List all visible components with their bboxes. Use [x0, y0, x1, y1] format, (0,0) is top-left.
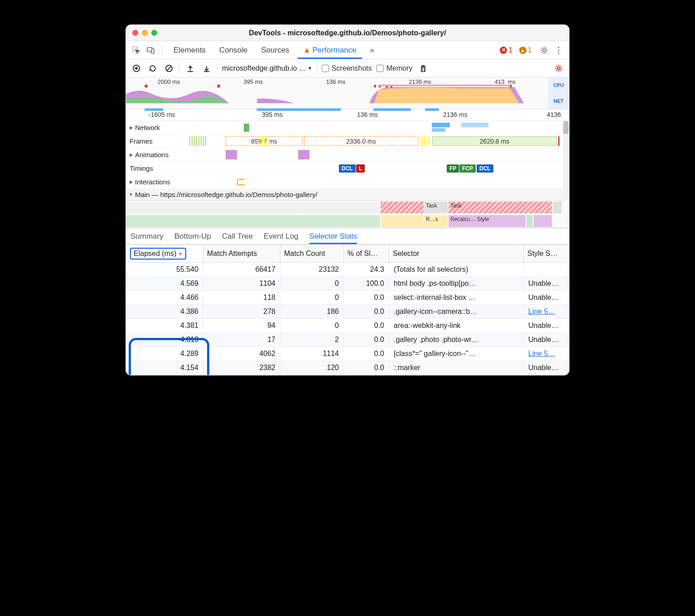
error-badge[interactable]: ✕ 1: [500, 46, 512, 55]
device-toggle-icon[interactable]: [145, 44, 157, 56]
error-count: 1: [508, 46, 512, 55]
dtab-summary[interactable]: Summary: [130, 228, 164, 244]
error-icon: ✕: [500, 47, 507, 54]
cell-attempts: 66417: [203, 263, 280, 277]
target-select[interactable]: microsoftedge.github.io … ▼: [222, 64, 312, 72]
dtab-bottomup[interactable]: Bottom-Up: [174, 228, 211, 244]
sort-desc-icon: ▼: [178, 251, 183, 256]
ruler-5: 4136: [547, 111, 561, 118]
ov-time-3: 136 ms: [326, 78, 346, 85]
disclosure-icon: ▼: [129, 192, 133, 197]
table-row[interactable]: 55.540664172313224.3(Totals for all sele…: [126, 263, 569, 277]
svg-rect-13: [217, 85, 220, 87]
tab-elements[interactable]: Elements: [168, 41, 211, 59]
titlebar: DevTools - microsoftedge.github.io/Demos…: [126, 25, 569, 41]
tab-more[interactable]: »: [365, 41, 380, 59]
inspect-icon[interactable]: [130, 44, 142, 56]
cell-style[interactable]: Line 5…: [524, 305, 569, 319]
tab-console[interactable]: Console: [214, 41, 253, 59]
cell-elapsed: 4.569: [126, 277, 203, 291]
cell-selector: select:-internal-list-box …: [389, 291, 524, 305]
download-button[interactable]: [201, 63, 212, 74]
svg-point-4: [558, 47, 559, 48]
table-row[interactable]: 4.46611800.0select:-internal-list-box …U…: [126, 291, 569, 305]
zoom-icon[interactable]: [151, 30, 157, 36]
track-network[interactable]: ▶Network: [126, 121, 569, 135]
task-block-2: Task: [450, 202, 462, 209]
upload-button[interactable]: [184, 63, 196, 74]
tab-performance[interactable]: ▲ Performance: [298, 41, 362, 59]
screenshots-checkbox[interactable]: Screenshots: [322, 64, 372, 72]
col-slow[interactable]: % of Sl…: [344, 245, 389, 263]
cell-selector: [class*=" gallery-icon--"…: [389, 347, 524, 361]
ruler-3: 136 ms: [357, 111, 378, 118]
cell-count: 0: [280, 319, 344, 333]
ruler-1: -1605 ms: [149, 111, 175, 118]
table-row[interactable]: 4.15423821200.0::markerUnable…: [126, 361, 569, 375]
warning-badge[interactable]: ▲ 1: [519, 46, 532, 55]
gear-icon[interactable]: [538, 44, 550, 56]
warning-icon: ▲: [303, 46, 311, 55]
disclosure-icon: ▶: [130, 125, 133, 130]
garbage-collect-button[interactable]: [417, 63, 429, 74]
col-attempts[interactable]: Match Attempts: [203, 245, 280, 263]
track-frames[interactable]: Frames 899.7 ms 2336.0 ms 2620.8 ms: [126, 135, 569, 148]
cell-style: Unable…: [524, 277, 569, 291]
target-label: microsoftedge.github.io …: [222, 64, 306, 72]
overview-strip[interactable]: 2000 ms 395 ms 136 ms 2136 ms 413 ms: [126, 77, 569, 109]
dtab-calltree[interactable]: Call Tree: [222, 228, 253, 244]
memory-label: Memory: [386, 64, 413, 72]
col-style[interactable]: Style S…: [524, 245, 569, 263]
svg-point-3: [543, 49, 545, 52]
col-count[interactable]: Match Count: [280, 245, 344, 263]
clear-button[interactable]: [163, 63, 175, 74]
cell-style[interactable]: Line 5…: [524, 347, 569, 361]
flame-chart[interactable]: Task Task R…s Recalcu… Style: [126, 201, 569, 228]
cell-attempts: 17: [203, 333, 280, 347]
rs-block: R…s: [426, 216, 438, 222]
table-row[interactable]: 4.289406211140.0[class*=" gallery-icon--…: [126, 347, 569, 361]
minimize-icon[interactable]: [142, 30, 148, 36]
ov-time-2: 395 ms: [243, 78, 263, 85]
main-thread-header[interactable]: ▼ Main — https://microsoftedge.github.io…: [126, 189, 569, 201]
interactions-label: Interactions: [135, 178, 170, 186]
track-timings[interactable]: Timings DCL L FP FCP DCL LCP L: [126, 162, 569, 175]
col-selector[interactable]: Selector: [389, 245, 524, 263]
dropdown-icon: ▼: [308, 66, 312, 71]
cell-style: [524, 263, 569, 277]
cell-attempts: 1104: [203, 277, 280, 291]
timeline-ruler[interactable]: -1605 ms 395 ms 136 ms 2136 ms 4136: [126, 109, 569, 121]
table-row[interactable]: 4.3862781860.0.gallery-icon--camera::b…L…: [126, 305, 569, 319]
kebab-icon[interactable]: [553, 44, 565, 56]
cell-count: 186: [280, 305, 344, 319]
col-elapsed[interactable]: Elapsed (ms)▼: [126, 245, 203, 263]
dtab-eventlog[interactable]: Event Log: [264, 228, 299, 244]
ov-time-1: 2000 ms: [158, 78, 180, 85]
memory-checkbox[interactable]: Memory: [376, 64, 413, 72]
cell-elapsed: 4.386: [126, 305, 203, 319]
capture-settings-icon[interactable]: [553, 63, 565, 74]
cell-count: 23132: [280, 263, 344, 277]
animations-label: Animations: [135, 151, 169, 159]
track-interactions[interactable]: ▶Interactions: [126, 175, 569, 189]
cell-elapsed: 4.154: [126, 361, 203, 375]
table-row[interactable]: 4.3819400.0area:-webkit-any-linkUnable…: [126, 319, 569, 333]
cell-slow: 24.3: [344, 263, 389, 277]
cell-elapsed: 4.313: [126, 333, 203, 347]
track-animations[interactable]: ▶Animations: [126, 148, 569, 162]
reload-button[interactable]: [147, 63, 159, 74]
tab-sources[interactable]: Sources: [256, 41, 294, 59]
record-button[interactable]: [130, 63, 142, 74]
cell-selector: area:-webkit-any-link: [389, 319, 524, 333]
cell-count: 120: [280, 361, 344, 375]
svg-point-6: [558, 52, 559, 53]
details-tabs: Summary Bottom-Up Call Tree Event Log Se…: [126, 228, 569, 245]
warning-icon: ▲: [519, 47, 526, 54]
table-row[interactable]: 4.56911040100.0html body .ps-tooltip[po……: [126, 277, 569, 291]
close-icon[interactable]: [132, 30, 138, 36]
perf-toolbar: microsoftedge.github.io … ▼ Screenshots …: [126, 59, 569, 77]
dtab-selectorstats[interactable]: Selector Stats: [309, 228, 357, 244]
table-row[interactable]: 4.3131720.0.gallery .photo .photo-wr…Una…: [126, 333, 569, 347]
cell-slow: 0.0: [344, 291, 389, 305]
cell-elapsed: 4.466: [126, 291, 203, 305]
